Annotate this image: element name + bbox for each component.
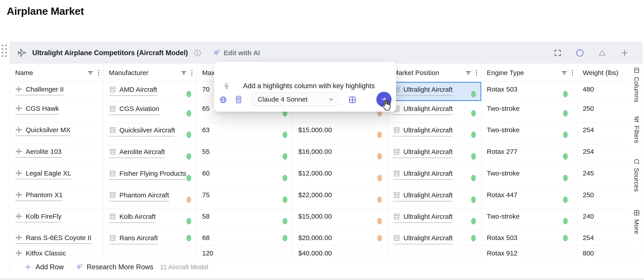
cell-link[interactable]: Quicksilver Aircraft [109,126,175,137]
cell-link[interactable]: Ultralight Aircraft [393,148,452,158]
kebab-menu-icon[interactable] [98,69,100,76]
cell-max[interactable]: 68 [197,230,293,246]
cell-name[interactable]: Aerolite 103 [10,144,104,166]
web-search-icon[interactable] [219,96,228,104]
add-row-button[interactable]: Add Row [24,263,64,271]
research-more-rows-button[interactable]: Research More Rows [75,263,154,271]
cell-market-position[interactable]: Ultralight Aircraft [388,166,482,188]
sidebar-item-sources[interactable]: Sources [632,158,641,192]
cell-weight[interactable]: 240 [577,209,630,230]
column-header[interactable]: Market Position [388,64,482,82]
cell-manufacturer[interactable]: Fisher Flying Products [104,166,197,188]
cell-name[interactable]: Legal Eagle XL [10,166,104,188]
cell-market-position[interactable]: Ultralight Aircraft [388,144,482,166]
cell-market-position[interactable] [388,246,482,256]
cell-price[interactable]: $15,000.00 [293,209,388,230]
triangle-shape-icon[interactable] [598,49,606,57]
cell-market-position[interactable]: Ultralight Aircraft [388,101,482,123]
cell-link[interactable]: Challenger II [15,86,64,95]
cell-max[interactable]: 120 [197,246,293,256]
cell-weight[interactable]: 254 [577,230,630,246]
cell-manufacturer[interactable] [104,246,197,256]
sidebar-item-more[interactable]: More [632,209,641,234]
kebab-menu-icon[interactable] [191,69,193,76]
cell-max[interactable]: 75 [197,188,293,209]
column-header[interactable]: Name [10,64,104,82]
cell-engine-type[interactable]: Rotax 503 [482,82,577,101]
cell-weight[interactable]: 254 [577,123,630,144]
cell-weight[interactable]: 250 [577,188,630,209]
cell-link[interactable]: Ultralight Aircraft [393,213,452,223]
model-selector[interactable]: Claude 4 Sonnet [251,92,338,107]
cell-price[interactable]: $12,000.00 [293,166,388,188]
cell-name[interactable]: Kolb FireFly [10,209,104,230]
passport-sources-icon[interactable] [234,95,243,104]
cell-market-position[interactable]: Ultralight Aircraft [388,209,482,230]
cell-link[interactable]: Ultralight Aircraft [393,126,452,137]
cell-link[interactable]: Phantom Aircraft [109,191,169,201]
sidebar-item-filters[interactable]: Filters [632,116,641,143]
cell-market-position[interactable]: Ultralight Aircraft [388,123,482,144]
cell-max[interactable]: 55 [197,144,293,166]
cell-engine-type[interactable]: Two-stroke [482,166,577,188]
cell-link[interactable]: Fisher Flying Products [109,169,186,180]
edit-with-ai-button[interactable]: Edit with AI [212,49,260,57]
column-header[interactable]: Engine Type [482,64,577,82]
cell-link[interactable]: Rans Aircraft [109,234,158,244]
cell-weight[interactable]: 254 [577,144,630,166]
cell-manufacturer[interactable]: Phantom Aircraft [104,188,197,209]
cell-link[interactable]: Ultralight Aircraft [393,234,452,244]
cell-link[interactable]: CGS Aviation [109,105,159,115]
cell-link[interactable]: Kitfox Classic [15,249,66,256]
cell-manufacturer[interactable]: AMD Aircraft [104,82,197,101]
cell-engine-type[interactable]: Two-stroke [482,209,577,230]
cell-price[interactable]: $16,000.00 [293,144,388,166]
cell-link[interactable]: Aerolite Aircraft [109,148,165,158]
cell-link[interactable]: Rans S-6ES Coyote II [15,234,91,244]
cell-name[interactable]: Kitfox Classic [10,246,104,256]
cell-link[interactable]: Quicksilver MX [15,126,70,136]
cell-max[interactable]: 63 [197,123,293,144]
kebab-menu-icon[interactable] [476,69,478,76]
cell-manufacturer[interactable]: Kolb Aircraft [104,209,197,230]
cell-max[interactable]: 60 [197,166,293,188]
add-panel-icon[interactable] [620,49,628,57]
cell-link[interactable]: Ultralight Aircraft [393,105,452,115]
fullscreen-icon[interactable] [554,49,562,57]
cell-manufacturer[interactable]: Quicksilver Aircraft [104,123,197,144]
cell-price[interactable]: $15,000.00 [293,123,388,144]
cell-name[interactable]: Quicksilver MX [10,123,104,144]
cell-name[interactable]: Rans S-6ES Coyote II [10,230,104,246]
cell-link[interactable]: Kolb Aircraft [109,213,156,223]
cell-market-position[interactable]: Ultralight Aircraft [388,230,482,246]
cell-name[interactable]: Phantom X1 [10,188,104,209]
cell-manufacturer[interactable]: CGS Aviation [104,101,197,123]
circle-shape-icon[interactable] [576,49,584,57]
cell-link[interactable]: Phantom X1 [15,191,62,201]
filter-icon[interactable] [465,70,471,76]
cell-price[interactable]: $40,000.00 [293,246,388,256]
info-icon[interactable] [194,49,201,57]
column-header[interactable]: Weight (lbs) [577,64,630,82]
cell-max[interactable]: 58 [197,209,293,230]
cell-name[interactable]: CGS Hawk [10,101,104,123]
cell-link[interactable]: Kolb FireFly [15,213,62,222]
cell-price[interactable]: $20,000.00 [293,230,388,246]
insert-table-icon[interactable] [348,96,357,104]
cell-weight[interactable]: 800 [577,246,630,256]
cell-engine-type[interactable]: Rotax 277 [482,144,577,166]
cell-engine-type[interactable]: Rotax 447 [482,188,577,209]
cell-link[interactable]: Ultralight Aircraft [393,169,452,180]
cell-engine-type[interactable]: Rotax 912 [482,246,577,256]
ai-prompt-input[interactable]: Add a highlights column with key highlig… [243,82,388,90]
cell-market-position[interactable]: Ultralight Aircraft [388,82,482,101]
cell-weight[interactable]: 245 [577,166,630,188]
cell-manufacturer[interactable]: Aerolite Aircraft [104,144,197,166]
cell-link[interactable]: Ultralight Aircraft [393,86,452,96]
cell-engine-type[interactable]: Two-stroke [482,101,577,123]
drag-handle-icon[interactable] [2,45,7,57]
cell-weight[interactable]: 250 [577,101,630,123]
cell-name[interactable]: Challenger II [10,82,104,101]
cell-market-position[interactable]: Ultralight Aircraft [388,188,482,209]
filter-icon[interactable] [561,70,567,76]
